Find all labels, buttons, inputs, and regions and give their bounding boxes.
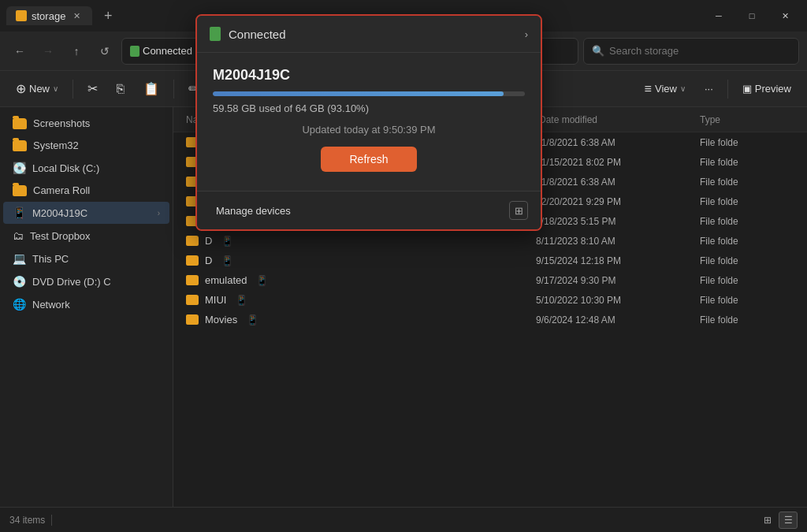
file-name: MIUI 📱 bbox=[186, 294, 530, 306]
sidebar-label-localdisk: Local Disk (C:) bbox=[32, 162, 99, 174]
view-arrow: ∨ bbox=[680, 84, 686, 93]
item-count: 34 items bbox=[9, 515, 45, 526]
file-date: 12/20/2021 9:29 PM bbox=[536, 196, 694, 207]
folder-icon bbox=[186, 255, 199, 266]
folder-icon bbox=[186, 314, 199, 325]
device-popup[interactable]: Connected › M2004J19C 59.58 GB used of 6… bbox=[195, 14, 542, 231]
folder-icon bbox=[186, 236, 199, 246]
file-name: emulated 📱 bbox=[186, 274, 530, 286]
sidebar-label-screenshots: Screenshots bbox=[33, 117, 90, 129]
file-type: File folde bbox=[700, 255, 794, 266]
status-bar: 34 items ⊞ ☰ bbox=[0, 507, 807, 532]
file-date: 9/15/2024 12:18 PM bbox=[536, 255, 694, 266]
new-tab-button[interactable]: + bbox=[97, 5, 119, 27]
status-separator bbox=[51, 515, 52, 526]
file-name: D 📱 bbox=[186, 255, 530, 266]
view-icon: ≡ bbox=[645, 82, 652, 96]
sidebar-item-localdisk[interactable]: 💽 Local Disk (C:) bbox=[3, 157, 169, 179]
manage-devices-icon[interactable]: ⊞ bbox=[509, 201, 528, 220]
list-view-button[interactable]: ☰ bbox=[779, 512, 798, 529]
window-controls: ─ □ ✕ bbox=[703, 4, 801, 28]
sidebar-item-cameraroll[interactable]: Camera Roll bbox=[3, 180, 169, 201]
sidebar-item-network[interactable]: 🌐 Network bbox=[3, 293, 169, 315]
new-label: New bbox=[29, 83, 50, 95]
phone-indicator-icon: 📱 bbox=[256, 275, 268, 286]
sidebar-label-thispc: This PC bbox=[32, 253, 69, 265]
up-button[interactable]: ↑ bbox=[65, 39, 88, 63]
network-icon: 🌐 bbox=[13, 298, 26, 311]
sidebar-item-m2004j19c[interactable]: 📱 M2004J19C › bbox=[3, 202, 169, 224]
file-type: File folde bbox=[700, 157, 794, 168]
popup-body: M2004J19C 59.58 GB used of 64 GB (93.10%… bbox=[197, 53, 541, 191]
file-name: D 📱 bbox=[186, 235, 530, 247]
back-button[interactable]: ← bbox=[8, 39, 32, 63]
toolbar-sep1 bbox=[73, 80, 73, 99]
device-name: M2004J19C bbox=[213, 67, 525, 84]
phone-status-icon bbox=[210, 27, 221, 41]
view-button[interactable]: ≡ View ∨ bbox=[637, 78, 694, 100]
file-date: 11/15/2021 8:02 PM bbox=[536, 157, 694, 168]
table-row[interactable]: Movies 📱 9/6/2024 12:48 AM File folde bbox=[178, 310, 802, 329]
search-icon: 🔍 bbox=[592, 45, 604, 57]
search-bar[interactable]: 🔍 Search storage bbox=[583, 38, 799, 65]
toolbar-sep2 bbox=[173, 80, 174, 99]
manage-devices-button[interactable]: Manage devices bbox=[210, 202, 297, 220]
toolbar-sep3 bbox=[727, 80, 728, 99]
copy-button[interactable]: ⎘ bbox=[109, 78, 132, 100]
table-row[interactable]: D 📱 9/15/2024 12:18 PM File folde bbox=[178, 251, 802, 270]
table-row[interactable]: D 📱 8/11/2023 8:10 AM File folde bbox=[178, 231, 802, 251]
cut-icon: ✂ bbox=[87, 81, 98, 96]
popup-header: Connected › bbox=[197, 16, 541, 53]
minimize-button[interactable]: ─ bbox=[703, 4, 734, 28]
new-button[interactable]: ⊕ New ∨ bbox=[8, 77, 66, 100]
paste-button[interactable]: 📋 bbox=[136, 77, 167, 100]
grid-view-button[interactable]: ⊞ bbox=[758, 512, 777, 529]
file-date: 9/17/2024 9:30 PM bbox=[536, 275, 694, 286]
tab-label: storage bbox=[32, 10, 65, 22]
sidebar-item-screenshots[interactable]: Screenshots bbox=[3, 113, 169, 134]
file-type: File folde bbox=[700, 137, 794, 148]
refresh-button[interactable]: Refresh bbox=[321, 147, 416, 172]
tab-close-button[interactable]: ✕ bbox=[70, 9, 83, 22]
sidebar-item-dvd[interactable]: 💿 DVD Drive (D:) C bbox=[3, 270, 169, 292]
breadcrumb-part1: Connected bbox=[143, 45, 192, 57]
dropbox-icon: 🗂 bbox=[13, 229, 24, 242]
phone-indicator-icon: 📱 bbox=[221, 255, 233, 266]
close-button[interactable]: ✕ bbox=[769, 4, 801, 28]
phone-indicator-icon: 📱 bbox=[236, 295, 247, 306]
forward-button[interactable]: → bbox=[36, 39, 60, 63]
refresh-button[interactable]: ↺ bbox=[93, 39, 117, 63]
new-arrow: ∨ bbox=[53, 84, 58, 93]
breadcrumb-phone-icon bbox=[130, 46, 139, 57]
sidebar-item-system32[interactable]: System32 bbox=[3, 135, 169, 156]
tab-folder-icon bbox=[16, 10, 27, 21]
copy-icon: ⎘ bbox=[117, 82, 125, 96]
sidebar-item-thispc[interactable]: 💻 This PC bbox=[3, 247, 169, 270]
table-row[interactable]: MIUI 📱 5/10/2022 10:30 PM File folde bbox=[178, 290, 802, 310]
preview-button[interactable]: ▣ Preview bbox=[734, 79, 799, 99]
phone-indicator-icon: 📱 bbox=[221, 236, 233, 247]
file-date: 6/18/2023 5:15 PM bbox=[536, 216, 694, 227]
chevron-icon: › bbox=[158, 209, 160, 218]
toolbar-right: ≡ View ∨ ··· ▣ Preview bbox=[637, 78, 799, 100]
file-date: 5/10/2022 10:30 PM bbox=[536, 295, 694, 306]
drive-icon: 💽 bbox=[13, 162, 26, 174]
more-icon: ··· bbox=[705, 83, 713, 95]
file-type: File folde bbox=[700, 275, 794, 286]
sidebar: Screenshots System32 💽 Local Disk (C:) C… bbox=[0, 107, 173, 507]
popup-chevron-icon[interactable]: › bbox=[525, 28, 528, 40]
file-type: File folde bbox=[700, 177, 794, 188]
folder-icon bbox=[13, 140, 27, 151]
sidebar-label-dvd: DVD Drive (D:) C bbox=[32, 276, 111, 288]
table-row[interactable]: emulated 📱 9/17/2024 9:30 PM File folde bbox=[178, 270, 802, 290]
file-date: 11/8/2021 6:38 AM bbox=[536, 137, 694, 148]
more-button[interactable]: ··· bbox=[697, 79, 721, 99]
folder-icon bbox=[13, 118, 27, 129]
dvd-icon: 💿 bbox=[13, 275, 26, 288]
preview-icon: ▣ bbox=[742, 83, 752, 95]
active-tab[interactable]: storage ✕ bbox=[6, 6, 92, 25]
sidebar-label-m2004j19c: M2004J19C bbox=[32, 207, 87, 219]
cut-button[interactable]: ✂ bbox=[80, 77, 106, 100]
sidebar-item-dropbox[interactable]: 🗂 Test Dropbox bbox=[3, 225, 169, 247]
maximize-button[interactable]: □ bbox=[736, 4, 768, 28]
